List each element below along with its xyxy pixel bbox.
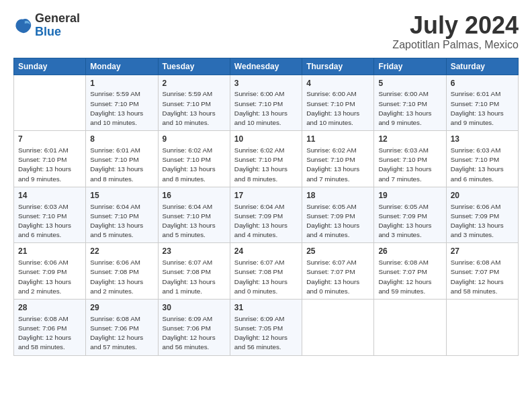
calendar-cell: 31Sunrise: 6:09 AM Sunset: 7:05 PM Dayli… [230,300,302,356]
day-number: 17 [234,190,298,201]
cell-info: Sunrise: 6:03 AM Sunset: 7:10 PM Dayligh… [451,146,514,184]
day-number: 15 [90,190,153,201]
day-number: 6 [451,78,514,89]
calendar-cell: 14Sunrise: 6:03 AM Sunset: 7:10 PM Dayli… [14,187,86,243]
cell-info: Sunrise: 6:01 AM Sunset: 7:10 PM Dayligh… [90,146,153,184]
calendar-header: SundayMondayTuesdayWednesdayThursdayFrid… [14,58,519,75]
cell-info: Sunrise: 6:06 AM Sunset: 7:09 PM Dayligh… [451,202,514,240]
day-number: 25 [306,246,369,257]
day-number: 14 [18,190,81,201]
col-header-saturday: Saturday [446,58,518,75]
day-number: 20 [451,190,514,201]
col-header-wednesday: Wednesday [230,58,302,75]
day-number: 28 [18,302,81,314]
day-number: 2 [163,78,226,89]
cell-info: Sunrise: 6:01 AM Sunset: 7:10 PM Dayligh… [451,89,514,128]
col-header-thursday: Thursday [302,58,374,75]
calendar-cell [446,300,518,356]
calendar-cell: 13Sunrise: 6:03 AM Sunset: 7:10 PM Dayli… [446,131,518,187]
day-number: 27 [451,246,514,257]
calendar-cell: 9Sunrise: 6:02 AM Sunset: 7:10 PM Daylig… [158,131,230,187]
cell-info: Sunrise: 6:08 AM Sunset: 7:06 PM Dayligh… [18,314,81,353]
cell-info: Sunrise: 6:07 AM Sunset: 7:08 PM Dayligh… [163,258,226,296]
cell-info: Sunrise: 6:07 AM Sunset: 7:07 PM Dayligh… [306,258,369,296]
day-number: 8 [90,134,153,145]
calendar-row-1: 7Sunrise: 6:01 AM Sunset: 7:10 PM Daylig… [14,131,519,187]
cell-info: Sunrise: 6:00 AM Sunset: 7:10 PM Dayligh… [234,89,298,128]
calendar-cell: 16Sunrise: 6:04 AM Sunset: 7:10 PM Dayli… [158,187,230,243]
cell-info: Sunrise: 6:02 AM Sunset: 7:10 PM Dayligh… [163,146,226,184]
day-number: 19 [378,190,441,201]
calendar-cell: 22Sunrise: 6:06 AM Sunset: 7:08 PM Dayli… [86,243,158,300]
subtitle: Zapotitlan Palmas, Mexico [392,39,519,51]
logo: General Blue [13,12,80,39]
col-header-tuesday: Tuesday [158,58,230,75]
calendar-cell: 21Sunrise: 6:06 AM Sunset: 7:09 PM Dayli… [14,243,86,300]
cell-info: Sunrise: 6:04 AM Sunset: 7:09 PM Dayligh… [234,202,298,240]
calendar-cell: 18Sunrise: 6:05 AM Sunset: 7:09 PM Dayli… [302,187,374,243]
cell-info: Sunrise: 5:59 AM Sunset: 7:10 PM Dayligh… [163,89,226,128]
calendar-cell: 25Sunrise: 6:07 AM Sunset: 7:07 PM Dayli… [302,243,374,300]
page: General Blue July 2024 Zapotitlan Palmas… [0,0,532,363]
day-number: 22 [90,246,153,257]
title-area: July 2024 Zapotitlan Palmas, Mexico [392,12,519,51]
calendar-row-4: 28Sunrise: 6:08 AM Sunset: 7:06 PM Dayli… [14,300,519,356]
calendar-cell: 29Sunrise: 6:08 AM Sunset: 7:06 PM Dayli… [86,300,158,356]
day-number: 31 [234,302,298,314]
logo-icon [13,16,32,35]
cell-info: Sunrise: 6:06 AM Sunset: 7:09 PM Dayligh… [18,258,81,296]
day-number: 12 [378,134,441,145]
calendar-cell: 23Sunrise: 6:07 AM Sunset: 7:08 PM Dayli… [158,243,230,300]
day-number: 24 [234,246,298,257]
day-number: 4 [306,78,369,89]
day-number: 30 [163,302,226,314]
calendar-cell: 19Sunrise: 6:05 AM Sunset: 7:09 PM Dayli… [374,187,446,243]
day-number: 16 [163,190,226,201]
calendar-cell: 27Sunrise: 6:08 AM Sunset: 7:07 PM Dayli… [446,243,518,300]
col-header-sunday: Sunday [14,58,86,75]
cell-info: Sunrise: 6:08 AM Sunset: 7:07 PM Dayligh… [378,258,441,296]
cell-info: Sunrise: 6:08 AM Sunset: 7:07 PM Dayligh… [451,258,514,296]
calendar-cell: 4Sunrise: 6:00 AM Sunset: 7:10 PM Daylig… [302,75,374,131]
day-number: 26 [378,246,441,257]
day-number: 29 [90,302,153,314]
cell-info: Sunrise: 5:59 AM Sunset: 7:10 PM Dayligh… [90,89,153,128]
cell-info: Sunrise: 6:07 AM Sunset: 7:08 PM Dayligh… [234,258,298,296]
cell-info: Sunrise: 6:02 AM Sunset: 7:10 PM Dayligh… [234,146,298,184]
calendar-cell [374,300,446,356]
calendar-row-2: 14Sunrise: 6:03 AM Sunset: 7:10 PM Dayli… [14,187,519,243]
cell-info: Sunrise: 6:00 AM Sunset: 7:10 PM Dayligh… [306,89,369,128]
col-header-friday: Friday [374,58,446,75]
calendar-cell: 6Sunrise: 6:01 AM Sunset: 7:10 PM Daylig… [446,75,518,131]
calendar-cell: 28Sunrise: 6:08 AM Sunset: 7:06 PM Dayli… [14,300,86,356]
calendar-row-0: 1Sunrise: 5:59 AM Sunset: 7:10 PM Daylig… [14,75,519,131]
day-number: 9 [163,134,226,145]
calendar-cell: 2Sunrise: 5:59 AM Sunset: 7:10 PM Daylig… [158,75,230,131]
day-number: 5 [378,78,441,89]
cell-info: Sunrise: 6:09 AM Sunset: 7:06 PM Dayligh… [163,314,226,353]
day-number: 10 [234,134,298,145]
calendar-cell: 24Sunrise: 6:07 AM Sunset: 7:08 PM Dayli… [230,243,302,300]
cell-info: Sunrise: 6:01 AM Sunset: 7:10 PM Dayligh… [18,146,81,184]
calendar-cell: 3Sunrise: 6:00 AM Sunset: 7:10 PM Daylig… [230,75,302,131]
calendar-cell: 11Sunrise: 6:02 AM Sunset: 7:10 PM Dayli… [302,131,374,187]
day-number: 7 [18,134,81,145]
main-title: July 2024 [392,12,519,39]
day-number: 23 [163,246,226,257]
cell-info: Sunrise: 6:03 AM Sunset: 7:10 PM Dayligh… [18,202,81,240]
cell-info: Sunrise: 6:03 AM Sunset: 7:10 PM Dayligh… [378,146,441,184]
header: General Blue July 2024 Zapotitlan Palmas… [13,12,519,51]
calendar-cell: 7Sunrise: 6:01 AM Sunset: 7:10 PM Daylig… [14,131,86,187]
calendar-cell: 8Sunrise: 6:01 AM Sunset: 7:10 PM Daylig… [86,131,158,187]
cell-info: Sunrise: 6:04 AM Sunset: 7:10 PM Dayligh… [90,202,153,240]
calendar-table: SundayMondayTuesdayWednesdayThursdayFrid… [13,58,519,356]
calendar-cell [14,75,86,131]
calendar-cell: 30Sunrise: 6:09 AM Sunset: 7:06 PM Dayli… [158,300,230,356]
cell-info: Sunrise: 6:05 AM Sunset: 7:09 PM Dayligh… [306,202,369,240]
cell-info: Sunrise: 6:04 AM Sunset: 7:10 PM Dayligh… [163,202,226,240]
cell-info: Sunrise: 6:09 AM Sunset: 7:05 PM Dayligh… [234,314,298,353]
calendar-cell: 12Sunrise: 6:03 AM Sunset: 7:10 PM Dayli… [374,131,446,187]
day-number: 1 [90,78,153,89]
day-number: 18 [306,190,369,201]
day-number: 13 [451,134,514,145]
